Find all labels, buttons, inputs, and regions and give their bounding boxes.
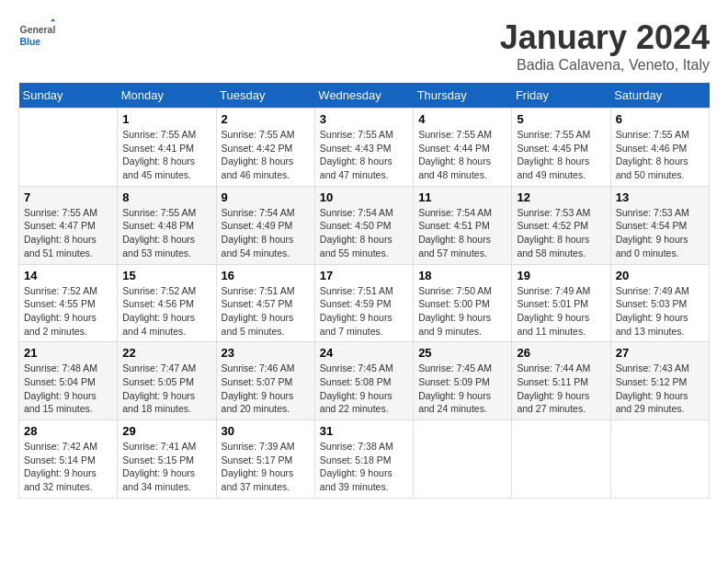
day-number: 2 [222, 112, 310, 126]
day-number: 27 [616, 346, 704, 360]
calendar-day-cell: 27Sunrise: 7:43 AM Sunset: 5:12 PM Dayli… [610, 342, 709, 420]
day-number: 5 [517, 112, 605, 126]
calendar-day-cell: 20Sunrise: 7:49 AM Sunset: 5:03 PM Dayli… [610, 264, 709, 342]
weekday-header-thursday: Thursday [414, 83, 512, 109]
day-info: Sunrise: 7:45 AM Sunset: 5:08 PM Dayligh… [320, 362, 408, 416]
day-info: Sunrise: 7:50 AM Sunset: 5:00 PM Dayligh… [418, 284, 506, 339]
day-number: 15 [122, 269, 210, 282]
calendar-day-cell: 23Sunrise: 7:46 AM Sunset: 5:07 PM Dayli… [216, 342, 314, 420]
day-number: 26 [517, 346, 605, 360]
day-info: Sunrise: 7:55 AM Sunset: 4:48 PM Dayligh… [122, 206, 210, 260]
day-info: Sunrise: 7:52 AM Sunset: 4:55 PM Dayligh… [24, 284, 112, 339]
calendar-day-cell: 17Sunrise: 7:51 AM Sunset: 4:59 PM Dayli… [314, 264, 413, 342]
calendar-day-cell: 22Sunrise: 7:47 AM Sunset: 5:05 PM Dayli… [118, 342, 216, 420]
calendar-day-cell [414, 420, 512, 499]
title-block: January 2024 Badia Calavena, Veneto, Ita… [500, 18, 710, 74]
day-info: Sunrise: 7:44 AM Sunset: 5:11 PM Dayligh… [517, 362, 605, 416]
weekday-header-row: SundayMondayTuesdayWednesdayThursdayFrid… [19, 83, 710, 109]
day-info: Sunrise: 7:41 AM Sunset: 5:15 PM Dayligh… [122, 440, 210, 494]
day-number: 9 [222, 190, 310, 204]
day-number: 23 [222, 346, 310, 360]
day-info: Sunrise: 7:43 AM Sunset: 5:12 PM Dayligh… [616, 362, 704, 416]
calendar-day-cell: 4Sunrise: 7:55 AM Sunset: 4:44 PM Daylig… [414, 109, 512, 187]
calendar-day-cell: 10Sunrise: 7:54 AM Sunset: 4:50 PM Dayli… [314, 186, 413, 264]
day-info: Sunrise: 7:54 AM Sunset: 4:51 PM Dayligh… [418, 206, 506, 260]
calendar-day-cell: 6Sunrise: 7:55 AM Sunset: 4:46 PM Daylig… [610, 109, 709, 187]
calendar-day-cell: 26Sunrise: 7:44 AM Sunset: 5:11 PM Dayli… [512, 342, 610, 420]
day-number: 18 [418, 269, 506, 282]
day-number: 4 [418, 112, 506, 126]
calendar-week-row: 1Sunrise: 7:55 AM Sunset: 4:41 PM Daylig… [19, 109, 710, 187]
calendar-day-cell: 1Sunrise: 7:55 AM Sunset: 4:41 PM Daylig… [118, 109, 216, 187]
day-number: 6 [616, 112, 704, 126]
calendar-day-cell: 31Sunrise: 7:38 AM Sunset: 5:18 PM Dayli… [314, 420, 413, 499]
day-number: 14 [24, 269, 112, 282]
calendar-week-row: 21Sunrise: 7:48 AM Sunset: 5:04 PM Dayli… [19, 342, 710, 420]
day-number: 19 [517, 269, 605, 282]
calendar-day-cell [512, 420, 610, 499]
day-info: Sunrise: 7:53 AM Sunset: 4:54 PM Dayligh… [616, 206, 704, 260]
calendar-day-cell [610, 420, 709, 499]
calendar-day-cell: 13Sunrise: 7:53 AM Sunset: 4:54 PM Dayli… [610, 186, 709, 264]
day-info: Sunrise: 7:42 AM Sunset: 5:14 PM Dayligh… [24, 440, 112, 494]
weekday-header-monday: Monday [118, 83, 216, 109]
day-number: 17 [320, 269, 408, 282]
day-info: Sunrise: 7:51 AM Sunset: 4:59 PM Dayligh… [320, 284, 408, 339]
logo: General Blue [18, 18, 59, 55]
calendar-week-row: 7Sunrise: 7:55 AM Sunset: 4:47 PM Daylig… [19, 186, 710, 264]
calendar-day-cell: 15Sunrise: 7:52 AM Sunset: 4:56 PM Dayli… [118, 264, 216, 342]
calendar-week-row: 14Sunrise: 7:52 AM Sunset: 4:55 PM Dayli… [19, 264, 710, 342]
day-number: 29 [122, 424, 210, 438]
day-info: Sunrise: 7:48 AM Sunset: 5:04 PM Dayligh… [24, 362, 112, 416]
day-number: 21 [24, 346, 112, 360]
day-info: Sunrise: 7:55 AM Sunset: 4:46 PM Dayligh… [616, 128, 704, 182]
calendar-table: SundayMondayTuesdayWednesdayThursdayFrid… [18, 83, 710, 499]
day-number: 10 [320, 190, 408, 204]
weekday-header-tuesday: Tuesday [216, 83, 314, 109]
day-info: Sunrise: 7:55 AM Sunset: 4:43 PM Dayligh… [320, 128, 408, 182]
calendar-day-cell: 8Sunrise: 7:55 AM Sunset: 4:48 PM Daylig… [118, 186, 216, 264]
day-info: Sunrise: 7:55 AM Sunset: 4:45 PM Dayligh… [517, 128, 605, 182]
day-info: Sunrise: 7:55 AM Sunset: 4:44 PM Dayligh… [418, 128, 506, 182]
calendar-day-cell: 25Sunrise: 7:45 AM Sunset: 5:09 PM Dayli… [414, 342, 512, 420]
weekday-header-friday: Friday [512, 83, 610, 109]
day-number: 22 [122, 346, 210, 360]
day-info: Sunrise: 7:55 AM Sunset: 4:41 PM Dayligh… [122, 128, 210, 182]
day-info: Sunrise: 7:54 AM Sunset: 4:50 PM Dayligh… [320, 206, 408, 260]
day-number: 16 [222, 269, 310, 282]
day-number: 1 [122, 112, 210, 126]
calendar-day-cell: 7Sunrise: 7:55 AM Sunset: 4:47 PM Daylig… [19, 186, 118, 264]
calendar-day-cell: 14Sunrise: 7:52 AM Sunset: 4:55 PM Dayli… [19, 264, 118, 342]
calendar-day-cell: 11Sunrise: 7:54 AM Sunset: 4:51 PM Dayli… [414, 186, 512, 264]
day-number: 11 [418, 190, 506, 204]
calendar-day-cell: 9Sunrise: 7:54 AM Sunset: 4:49 PM Daylig… [216, 186, 314, 264]
day-info: Sunrise: 7:55 AM Sunset: 4:47 PM Dayligh… [24, 206, 112, 260]
logo-svg: General Blue [18, 18, 55, 55]
calendar-day-cell: 3Sunrise: 7:55 AM Sunset: 4:43 PM Daylig… [314, 109, 413, 187]
day-info: Sunrise: 7:55 AM Sunset: 4:42 PM Dayligh… [222, 128, 310, 182]
calendar-week-row: 28Sunrise: 7:42 AM Sunset: 5:14 PM Dayli… [19, 420, 710, 499]
weekday-header-saturday: Saturday [610, 83, 709, 109]
day-number: 20 [616, 269, 704, 282]
day-number: 7 [24, 190, 112, 204]
calendar-day-cell: 12Sunrise: 7:53 AM Sunset: 4:52 PM Dayli… [512, 186, 610, 264]
day-info: Sunrise: 7:45 AM Sunset: 5:09 PM Dayligh… [418, 362, 506, 416]
day-info: Sunrise: 7:49 AM Sunset: 5:03 PM Dayligh… [616, 284, 704, 339]
day-number: 8 [122, 190, 210, 204]
calendar-day-cell: 16Sunrise: 7:51 AM Sunset: 4:57 PM Dayli… [216, 264, 314, 342]
calendar-day-cell: 24Sunrise: 7:45 AM Sunset: 5:08 PM Dayli… [314, 342, 413, 420]
calendar-day-cell: 18Sunrise: 7:50 AM Sunset: 5:00 PM Dayli… [414, 264, 512, 342]
day-info: Sunrise: 7:52 AM Sunset: 4:56 PM Dayligh… [122, 284, 210, 339]
day-number: 3 [320, 112, 408, 126]
day-info: Sunrise: 7:49 AM Sunset: 5:01 PM Dayligh… [517, 284, 605, 339]
month-title: January 2024 [500, 18, 710, 57]
calendar-day-cell: 21Sunrise: 7:48 AM Sunset: 5:04 PM Dayli… [19, 342, 118, 420]
day-info: Sunrise: 7:38 AM Sunset: 5:18 PM Dayligh… [320, 440, 408, 494]
calendar-day-cell [19, 109, 118, 187]
day-number: 12 [517, 190, 605, 204]
day-number: 31 [320, 424, 408, 438]
day-info: Sunrise: 7:39 AM Sunset: 5:17 PM Dayligh… [222, 440, 310, 494]
day-info: Sunrise: 7:51 AM Sunset: 4:57 PM Dayligh… [222, 284, 310, 339]
calendar-day-cell: 5Sunrise: 7:55 AM Sunset: 4:45 PM Daylig… [512, 109, 610, 187]
weekday-header-wednesday: Wednesday [314, 83, 413, 109]
